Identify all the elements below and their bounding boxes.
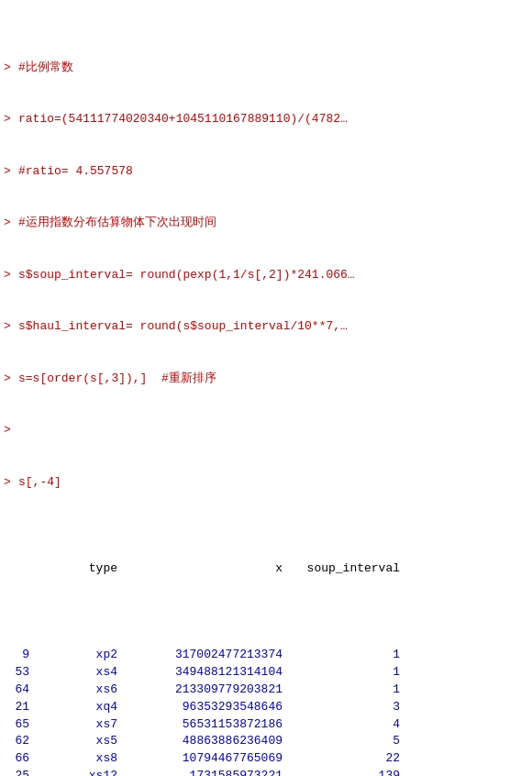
line-code-7: > s=s[order(s[,3]),] #重新排序 — [4, 371, 528, 388]
cell-type: xs4 — [33, 664, 125, 682]
line-code-5: > s$soup_interval= round(pexp(1,1/s[,2])… — [4, 267, 528, 284]
table-row: 9 xp2 317002477213374 1 — [4, 647, 528, 664]
cell-soup: 1 — [290, 647, 400, 664]
code-text-1: #比例常数 — [18, 60, 73, 77]
cell-x: 349488121314104 — [125, 664, 290, 682]
code-text-9: s[,-4] — [18, 474, 61, 492]
code-text-7: s=s[order(s[,3]),] #重新排序 — [18, 371, 216, 388]
cell-type: xp2 — [33, 647, 125, 664]
cell-soup: 3 — [290, 699, 400, 716]
prompt-6: > — [4, 318, 18, 336]
cell-soup: 1 — [290, 682, 400, 699]
table-row: 25 xs12 1731585973221 139 — [4, 768, 528, 776]
line-code-3: > #ratio= 4.557578 — [4, 163, 528, 181]
cell-x: 10794467765069 — [125, 750, 290, 768]
cell-x: 56531153872186 — [125, 716, 290, 734]
prompt-2: > — [4, 111, 18, 128]
line-command: > s[,-4] — [4, 474, 528, 492]
prompt-3: > — [4, 163, 18, 181]
cell-soup: 1 — [290, 664, 400, 682]
code-text-6: s$haul_interval= round(s$soup_interval/1… — [18, 318, 348, 336]
code-text-2: ratio=(54111774020340+1045110167889110)/… — [18, 111, 348, 128]
cell-rownum: 66 — [4, 750, 33, 768]
cell-x: 96353293548646 — [125, 699, 290, 716]
cell-rownum: 64 — [4, 682, 33, 699]
cell-rownum: 21 — [4, 699, 33, 716]
console-output: > #比例常数 > ratio=(54111774020340+10451101… — [0, 0, 532, 776]
cell-x: 1731585973221 — [125, 768, 290, 776]
prompt-4: > — [4, 215, 18, 232]
cell-rownum: 53 — [4, 664, 33, 682]
table-row: 64 xs6 213309779203821 1 — [4, 682, 528, 699]
cell-type: xs12 — [33, 768, 125, 776]
header-x: x — [125, 560, 290, 578]
prompt-7: > — [4, 371, 18, 388]
line-empty: > — [4, 422, 528, 439]
cell-type: xs8 — [33, 750, 125, 768]
prompt-1: > — [4, 60, 18, 77]
cell-x: 317002477213374 — [125, 647, 290, 664]
table-header: type x soup_interval — [4, 560, 528, 578]
cell-x: 213309779203821 — [125, 682, 290, 699]
header-rownum — [4, 560, 33, 578]
cell-type: xs5 — [33, 733, 125, 750]
cell-type: xs6 — [33, 682, 125, 699]
cell-type: xs7 — [33, 716, 125, 734]
cell-soup: 22 — [290, 750, 400, 768]
table-body: 9 xp2 317002477213374 1 53 xs4 349488121… — [4, 647, 528, 776]
cell-x: 48863886236409 — [125, 733, 290, 750]
table-row: 62 xs5 48863886236409 5 — [4, 733, 528, 750]
prompt-9: > — [4, 474, 18, 492]
line-code-4: > #运用指数分布估算物体下次出现时间 — [4, 215, 528, 232]
cell-soup: 5 — [290, 733, 400, 750]
table-row: 65 xs7 56531153872186 4 — [4, 716, 528, 734]
line-code-6: > s$haul_interval= round(s$soup_interval… — [4, 318, 528, 336]
cell-soup: 4 — [290, 716, 400, 734]
code-text-4: #运用指数分布估算物体下次出现时间 — [18, 215, 216, 232]
code-text-5: s$soup_interval= round(pexp(1,1/s[,2])*2… — [18, 267, 355, 284]
prompt-5: > — [4, 267, 18, 284]
cell-rownum: 9 — [4, 647, 33, 664]
line-code-2: > ratio=(54111774020340+1045110167889110… — [4, 111, 528, 128]
cell-type: xq4 — [33, 699, 125, 716]
code-text-3: #ratio= 4.557578 — [18, 163, 133, 181]
header-soup: soup_interval — [290, 560, 400, 578]
cell-soup: 139 — [290, 768, 400, 776]
table-row: 21 xq4 96353293548646 3 — [4, 699, 528, 716]
line-comment-1: > #比例常数 — [4, 60, 528, 77]
cell-rownum: 25 — [4, 768, 33, 776]
prompt-8: > — [4, 422, 18, 439]
table-row: 66 xs8 10794467765069 22 — [4, 750, 528, 768]
header-type: type — [33, 560, 125, 578]
cell-rownum: 62 — [4, 733, 33, 750]
table-row: 53 xs4 349488121314104 1 — [4, 664, 528, 682]
cell-rownum: 65 — [4, 716, 33, 734]
